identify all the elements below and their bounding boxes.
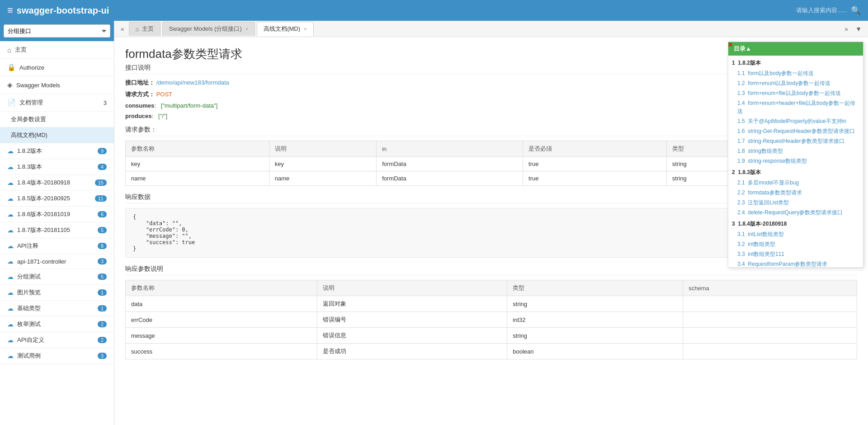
- sidebar-item-doc-manage[interactable]: 📄 文档管理 3: [0, 94, 114, 112]
- toc-item-2-2[interactable]: 2.2 formdata参数类型请求: [732, 188, 859, 198]
- toc-item-2-1[interactable]: 2.1 多层model不显示bug: [732, 178, 859, 188]
- toc-item-1-2[interactable]: 1.2 form+enum以及body参数一起传送: [732, 78, 859, 88]
- sidebar-item-api1871[interactable]: ☁ api-1871-controller 3: [0, 254, 114, 269]
- sidebar-item-v183[interactable]: ☁ 1.8.3版本 4: [0, 159, 114, 175]
- param-in: formData: [377, 157, 523, 171]
- enum-test-label: 枚举测试: [17, 320, 94, 328]
- test-case-badge: 3: [98, 353, 107, 359]
- doc-icon: 📄: [7, 99, 16, 107]
- toc-panel: ✕ 目录▲ 1 1.8.2版本 1.1 form以及body参数一起传送 1.2…: [728, 42, 863, 268]
- sidebar-authorize-label: Authorize: [19, 64, 107, 71]
- col-required: 是否必须: [523, 141, 667, 157]
- tab-swagger-models[interactable]: Swagger Models (分组接口) ×: [162, 22, 255, 36]
- sidebar-item-v184[interactable]: ☁ 1.8.4版本-20180918 15: [0, 175, 114, 191]
- swagger-models-tab-close[interactable]: ×: [245, 26, 248, 32]
- toc-item-3-1[interactable]: 3.1 intList数组类型: [732, 229, 859, 239]
- page-content: ✕ 目录▲ 1 1.8.2版本 1.1 form以及body参数一起传送 1.2…: [114, 37, 868, 425]
- toc-item-1-1[interactable]: 1.1 form以及body参数一起传送: [732, 68, 859, 78]
- sidebar-item-enum-test[interactable]: ☁ 枚举测试 2: [0, 316, 114, 332]
- sidebar-item-v182[interactable]: ☁ 1.8.2版本 9: [0, 143, 114, 159]
- table-row: data 返回对象 string: [126, 296, 857, 312]
- toc-item-1-9[interactable]: 1.9 string-response数组类型: [732, 156, 859, 166]
- sidebar-item-test-case[interactable]: ☁ 测试用例 3: [0, 348, 114, 364]
- cloud-icon-api-custom: ☁: [7, 336, 14, 344]
- produces-value: ["/"]: [158, 113, 167, 119]
- toc-section-1-title: 1 1.8.2版本: [732, 59, 859, 67]
- sidebar-item-home[interactable]: ⌂ 主页: [0, 41, 114, 59]
- cloud-icon-v182: ☁: [7, 147, 14, 155]
- resp-param-desc: 返回对象: [317, 296, 507, 312]
- sidebar-doc-label: 文档管理: [19, 99, 100, 107]
- toc-item-1-5[interactable]: 1.5 关于@ApiModelProperty的value不支持in: [732, 116, 859, 126]
- sidebar-item-base-type[interactable]: ☁ 基础类型 1: [0, 301, 114, 316]
- toc-item-1-4[interactable]: 1.4 form+enum+header+file以及body参数一起传送: [732, 98, 859, 116]
- tab-collapse-button[interactable]: ▼: [853, 24, 864, 34]
- table-row: errCode 错误编号 int32: [126, 312, 857, 328]
- api-custom-label: API自定义: [17, 336, 94, 344]
- sidebar-item-api-custom[interactable]: ☁ API自定义 2: [0, 332, 114, 348]
- v186-badge: 6: [98, 211, 107, 217]
- toc-item-2-3[interactable]: 2.3 泛型返回List类型: [732, 198, 859, 208]
- toc-title: 目录▲: [734, 45, 751, 53]
- resp-param-type: boolean: [507, 344, 683, 359]
- doc-manage-badge: 3: [104, 99, 107, 106]
- toc-close-button[interactable]: ✕: [728, 42, 733, 48]
- toc-item-1-6[interactable]: 1.6 string-Get-RequestHeader参数类型请求接口: [732, 126, 859, 136]
- v185-badge: 11: [95, 195, 107, 202]
- method-value: POST: [156, 91, 172, 98]
- swagger-models-tab-label: Swagger Models (分组接口): [169, 25, 242, 33]
- toc-body: 1 1.8.2版本 1.1 form以及body参数一起传送 1.2 form+…: [728, 56, 863, 268]
- toc-item-3-3[interactable]: 3.3 int数组类型111: [732, 249, 859, 259]
- toc-item-2-4[interactable]: 2.4 delete-RequestQuery参数类型请求接口: [732, 208, 859, 217]
- search-button[interactable]: 🔍: [851, 5, 861, 15]
- tab-prev-button[interactable]: «: [118, 24, 127, 34]
- table-row: message 错误信息 string: [126, 328, 857, 344]
- sidebar-item-img-preview[interactable]: ☁ 图片预览 1: [0, 285, 114, 301]
- cloud-icon-enum-test: ☁: [7, 321, 14, 328]
- home-tab-label: 主页: [142, 25, 154, 33]
- resp-param-type: string: [507, 328, 683, 344]
- toc-item-1-8[interactable]: 1.8 string数组类型: [732, 146, 859, 156]
- sidebar-item-api-note[interactable]: ☁ API注释 8: [0, 238, 114, 254]
- cloud-icon-test-case: ☁: [7, 352, 14, 359]
- cloud-icon-v184: ☁: [7, 179, 14, 186]
- toc-section-2: 2 1.8.3版本 2.1 多层model不显示bug 2.2 formdata…: [732, 169, 859, 217]
- enum-test-badge: 2: [98, 321, 107, 327]
- cloud-icon-base-type: ☁: [7, 305, 14, 312]
- toc-item-3-4[interactable]: 3.4 RequestformParam参数类型请求: [732, 259, 859, 268]
- resp-param-name: message: [126, 328, 317, 344]
- sidebar-item-swagger-models[interactable]: ◈ Swagger Models: [0, 76, 114, 94]
- sidebar-item-v187[interactable]: ☁ 1.8.7版本-20181105 5: [0, 222, 114, 238]
- sidebar-item-v186[interactable]: ☁ 1.8.6版本-20181019 6: [0, 207, 114, 222]
- sidebar-item-offline-doc[interactable]: 高线文档(MD): [0, 128, 114, 143]
- toc-item-1-3[interactable]: 1.3 form+enum+file以及body参数一起传送: [732, 88, 859, 98]
- sidebar-item-global-params[interactable]: 全局参数设置: [0, 112, 114, 128]
- v183-badge: 4: [98, 164, 107, 170]
- cloud-icon-v185: ☁: [7, 195, 14, 202]
- tab-home[interactable]: ⌂ 主页: [129, 22, 160, 36]
- toc-header: 目录▲: [728, 42, 863, 56]
- sidebar-item-authorize[interactable]: 🔒 Authorize: [0, 59, 114, 76]
- resp-param-type: int32: [507, 312, 683, 328]
- param-required: true: [523, 171, 667, 186]
- sidebar-home-label: 主页: [15, 46, 107, 54]
- resp-param-name: errCode: [126, 312, 317, 328]
- sidebar-item-v185[interactable]: ☁ 1.8.5版本-20180925 11: [0, 191, 114, 207]
- v184-label: 1.8.4版本-20180918: [17, 179, 91, 187]
- cloud-icon-api-note: ☁: [7, 242, 14, 250]
- api1871-badge: 3: [98, 258, 107, 264]
- v187-label: 1.8.7版本-20181105: [17, 226, 94, 234]
- tab-bar: « ⌂ 主页 Swagger Models (分组接口) × 高线文档(MD) …: [114, 21, 868, 37]
- offline-doc-tab-close[interactable]: ×: [304, 26, 307, 32]
- tab-offline-doc[interactable]: 高线文档(MD) ×: [257, 22, 313, 36]
- home-icon: ⌂: [7, 46, 11, 54]
- sidebar-item-group-test[interactable]: ☁ 分组测试 5: [0, 269, 114, 285]
- toc-item-1-7[interactable]: 1.7 string-RequestHeader参数类型请求接口: [732, 136, 859, 146]
- toc-item-3-2[interactable]: 3.2 int数组类型: [732, 239, 859, 249]
- group-select[interactable]: 分组接口: [4, 24, 110, 38]
- resp-col-type: 类型: [507, 280, 683, 296]
- resp-param-desc: 错误信息: [317, 328, 507, 344]
- tab-next-button[interactable]: »: [842, 24, 851, 34]
- cloud-icon-img-preview: ☁: [7, 289, 14, 296]
- consumes-value: ["multipart/form-data"]: [161, 102, 218, 109]
